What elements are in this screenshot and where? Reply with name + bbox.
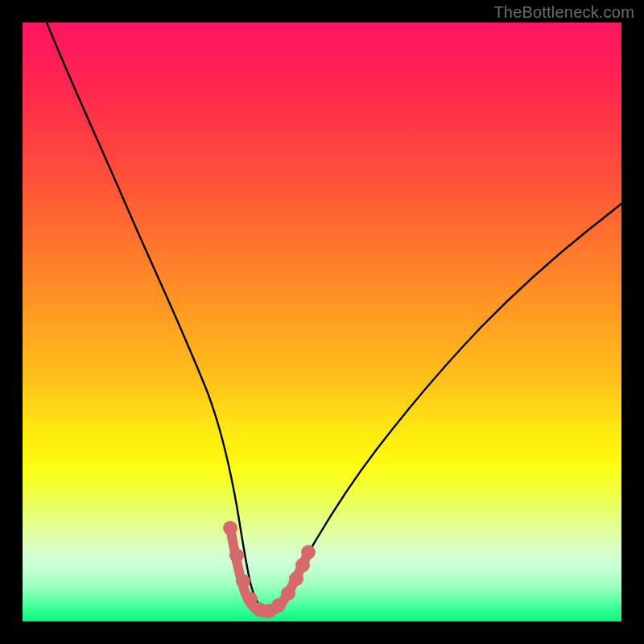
- highlight-dots-group: [223, 521, 316, 618]
- watermark-text: TheBottleneck.com: [493, 3, 634, 22]
- highlight-dot: [223, 521, 237, 535]
- highlight-dot: [271, 598, 286, 613]
- bottleneck-curve: [47, 23, 621, 610]
- highlight-dot: [281, 586, 295, 601]
- plot-area: [23, 23, 621, 621]
- highlight-dot: [295, 558, 310, 572]
- highlight-dot: [236, 574, 250, 588]
- chart-frame: TheBottleneck.com: [0, 0, 644, 644]
- highlight-dot: [229, 548, 244, 563]
- highlight-dot: [289, 572, 303, 586]
- highlight-dot: [301, 545, 316, 559]
- chart-svg: [23, 23, 621, 621]
